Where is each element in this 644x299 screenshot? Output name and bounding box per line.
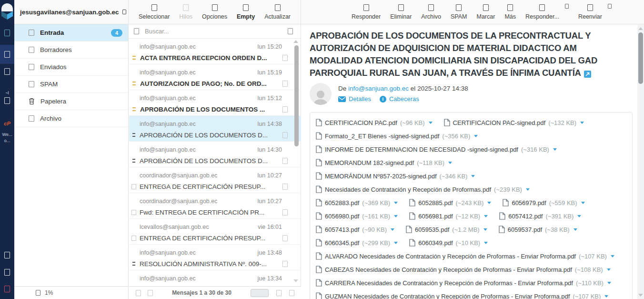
forward-dropdown-icon[interactable] <box>608 4 612 9</box>
attachment-item[interactable]: CABEZAS Necesidades de Contratación y Re… <box>316 266 611 273</box>
attachment-menu-icon[interactable] <box>607 282 611 284</box>
rail-item-6[interactable] <box>0 269 14 276</box>
search-input[interactable] <box>145 28 282 35</box>
folder-drafts[interactable]: Borradores <box>14 41 128 59</box>
attachment-menu-icon[interactable] <box>474 135 478 137</box>
flag-icon[interactable] <box>282 81 288 87</box>
attachment-item[interactable]: CERTIFICACION PAC-signed.pdf(~132 KB) <box>444 119 584 126</box>
attachment-menu-icon[interactable] <box>553 148 557 151</box>
attachment-menu-icon[interactable] <box>526 188 530 191</box>
reply-all-button[interactable]: Responder... <box>525 4 559 20</box>
page-number-input[interactable] <box>251 289 269 297</box>
folder-archive[interactable]: Archivo <box>14 110 128 127</box>
last-page-icon[interactable] <box>289 290 294 296</box>
message-row-selected[interactable]: info@sanjuan.gob.eclun 14:38 APROBACIÓN … <box>129 116 301 142</box>
rail-item-1[interactable] <box>0 30 14 36</box>
select-button[interactable]: Seleccionar <box>139 4 170 20</box>
attachment-menu-icon[interactable] <box>394 242 398 244</box>
attachment-menu-icon[interactable] <box>448 162 452 164</box>
spam-button[interactable]: SPAM <box>451 4 467 20</box>
list-scrollbar-thumb[interactable] <box>294 45 299 146</box>
reader-scrollbar-thumb[interactable] <box>638 32 643 84</box>
attachment-menu-icon[interactable] <box>394 202 398 204</box>
options-button[interactable]: Opciones <box>202 4 227 20</box>
rail-item-5[interactable] <box>0 252 14 258</box>
message-row[interactable]: coordinador@sanjuan.gob.eclun 10:27 ENTR… <box>129 167 301 193</box>
attachment-menu-icon[interactable] <box>487 202 491 204</box>
delete-button[interactable]: Eliminar <box>390 4 412 20</box>
message-row[interactable]: info@sanjuan.gob.ecjue 13:34 <box>129 270 301 286</box>
attachment-item[interactable]: 6052885.pdf(~243 KB) <box>409 199 491 206</box>
attachment-menu-icon[interactable] <box>484 215 488 217</box>
message-row[interactable]: info@sanjuan.gob.eclun 15:19 AUTORIZACIO… <box>129 64 301 90</box>
attachment-item[interactable]: 6056979.pdf(~559 KB) <box>503 199 584 206</box>
message-row[interactable]: coordinador@sanjuan.gob.eclun 10:27 Fwd:… <box>129 193 301 219</box>
flag-icon[interactable] <box>282 55 288 61</box>
rail-item-3[interactable] <box>0 68 14 75</box>
attachment-menu-icon[interactable] <box>484 242 488 244</box>
attachment-item[interactable]: MEMORÁNDUM Nº857-2025-signed.pdf(~346 KB… <box>316 172 475 180</box>
forward-button[interactable]: Reenviar <box>578 4 602 20</box>
message-row[interactable]: lcevallos@sanjuan.gob.ecvie 16:01 ENTREG… <box>129 219 301 245</box>
rail-item-4[interactable] <box>0 97 14 104</box>
attachment-item[interactable]: MEMORANDUM 182-signed.pdf(~118 KB) <box>316 159 452 166</box>
rail-item-logout[interactable] <box>0 286 14 292</box>
attachment-menu-icon[interactable] <box>429 122 433 124</box>
attachment-menu-icon[interactable] <box>577 215 581 217</box>
attachment-menu-icon[interactable] <box>394 215 398 217</box>
search-icon[interactable] <box>134 28 139 34</box>
rail-item-2[interactable] <box>0 51 14 58</box>
attachment-menu-icon[interactable] <box>611 255 614 258</box>
attachment-item[interactable]: 6052883.pdf(~369 KB) <box>316 199 398 206</box>
flag-icon[interactable] <box>282 132 288 138</box>
archive-button[interactable]: Archivo <box>421 4 441 20</box>
attachment-menu-icon[interactable] <box>607 268 611 271</box>
attachment-item[interactable]: 6059537.pdf(~38 KB) <box>499 226 577 233</box>
message-row[interactable]: info@sanjuan.gob.eclun 15:12 APROBACIÓN … <box>129 90 301 116</box>
attachment-menu-icon[interactable] <box>574 228 577 231</box>
search-options-icon[interactable] <box>288 28 293 34</box>
attachment-item[interactable]: CERTIFICACION PAC.pdf(~96 KB) <box>316 119 433 126</box>
refresh-button[interactable]: Actualizar <box>264 4 291 20</box>
flag-icon[interactable] <box>282 235 288 241</box>
reply-button[interactable]: Responder <box>352 4 381 20</box>
reader-scroll-down-icon[interactable] <box>638 294 643 297</box>
headers-button[interactable]: i Cabeceras <box>380 95 419 103</box>
attachment-item[interactable]: 6060345.pdf(~299 KB) <box>316 239 398 247</box>
sender-email-link[interactable]: info@sanjuan.gob.ec <box>348 85 409 92</box>
folder-spam[interactable]: SPAM <box>14 76 128 93</box>
flag-icon[interactable] <box>282 106 288 113</box>
message-row[interactable]: info@sanjuan.gob.ecjue 13:48 RESOLUCIÓN … <box>129 245 301 270</box>
attachment-item[interactable]: INFORME DE DETERMINACION DE NECESIDAD -s… <box>316 145 557 153</box>
attachment-item[interactable]: 6056980.pdf(~161 KB) <box>316 212 398 220</box>
attachment-item[interactable]: 6059535.pdf(~1.2 MB) <box>406 226 487 233</box>
attachment-item[interactable]: 6060349.pdf(~10 KB) <box>409 239 488 247</box>
empty-button[interactable]: Empty <box>237 4 255 20</box>
flag-icon[interactable] <box>282 184 288 190</box>
attachment-item[interactable]: Necesidades de Contratación y Recepción … <box>316 186 530 193</box>
folder-trash[interactable]: Papelera <box>14 93 128 110</box>
folder-inbox[interactable]: Entrada 4 <box>14 24 128 41</box>
threads-button[interactable]: Hilos <box>179 4 192 20</box>
attachment-menu-icon[interactable] <box>391 228 394 231</box>
attachment-menu-icon[interactable] <box>604 295 608 298</box>
reply-all-dropdown-icon[interactable] <box>565 4 569 9</box>
list-scroll-down-icon[interactable] <box>293 279 298 282</box>
attachment-item[interactable]: ALVARADO Necesidades de Contratación y R… <box>316 252 614 260</box>
attachment-menu-icon[interactable] <box>580 122 584 124</box>
reader-scroll-up-icon[interactable] <box>638 27 643 30</box>
cpanel-logo[interactable]: cP <box>0 121 14 126</box>
message-row[interactable]: info@sanjuan.gob.eclun 14:30 APROBACIÓN … <box>129 142 301 167</box>
list-scroll-up-icon[interactable] <box>293 40 298 43</box>
attachment-item[interactable]: CARRERA Necesidades de Contratación y Re… <box>316 279 611 287</box>
flag-icon[interactable] <box>282 209 288 216</box>
account-options-icon[interactable] <box>122 10 126 14</box>
attachment-item[interactable]: Formato_2_ET Bienes -signed-signed.pdf(~… <box>316 132 478 140</box>
next-page-icon[interactable] <box>276 290 282 296</box>
attachment-menu-icon[interactable] <box>471 175 475 177</box>
message-row[interactable]: info@sanjuan.gob.eclun 15:20 ACTA ENTREG… <box>129 39 301 64</box>
attachment-item[interactable]: 6057412.pdf(~391 KB) <box>499 212 581 220</box>
attachment-menu-icon[interactable] <box>581 202 585 204</box>
attachment-item[interactable]: 6056981.pdf(~12 KB) <box>409 212 488 220</box>
open-in-new-window-icon[interactable] <box>584 71 591 78</box>
